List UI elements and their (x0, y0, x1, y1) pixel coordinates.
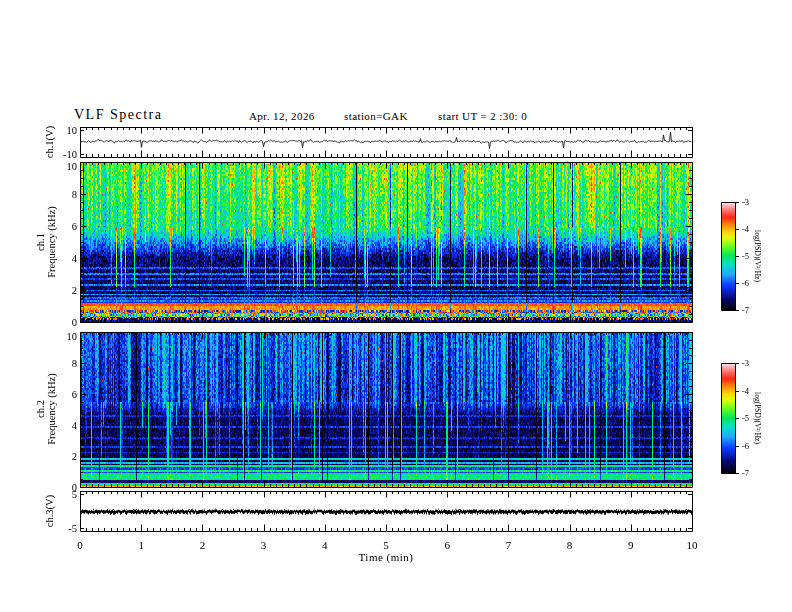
colorbar-ch2 (721, 363, 735, 473)
station-label: station=GAK (344, 110, 408, 122)
x-tick-label: 4 (322, 539, 328, 551)
colorbar-tick-label: -6 (742, 441, 749, 451)
time-axis-label: Time (min) (358, 551, 413, 563)
x-tick-label: 8 (567, 539, 573, 551)
x-tick-label: 7 (506, 539, 512, 551)
page-title: VLF Spectra (74, 107, 162, 123)
ch2-spec-axis-label: ch.2 Frequency (kHz) (35, 373, 57, 444)
ch1-spec-axis-label: ch.1 Frequency (kHz) (35, 206, 57, 277)
colorbar-tick-label: -3 (742, 358, 749, 368)
y-tick-label: 2 (72, 285, 77, 296)
ch2-spectrogram-plot (80, 332, 692, 487)
x-tick-label: 1 (138, 539, 144, 551)
colorbar-tick-label: -7 (742, 305, 749, 315)
x-tick-label: 9 (628, 539, 634, 551)
x-tick-label: 6 (444, 539, 450, 551)
ch2-spec-axis-label-line2: Frequency (kHz) (46, 373, 57, 444)
ch1-spectrogram-plot (80, 162, 692, 322)
colorbar-ch1 (721, 202, 735, 310)
date-label: Apr. 12, 2026 (249, 110, 315, 122)
x-tick-label: 10 (687, 539, 698, 551)
ch1-spec-axis-label-line1: ch.1 (35, 206, 46, 277)
ch3v-axis-label: ch.3(V) (44, 495, 55, 527)
colorbar-tick-label: -4 (742, 224, 749, 234)
x-tick-label: 2 (200, 539, 206, 551)
colorbar-tick-label: -7 (742, 468, 749, 478)
x-tick-label: 3 (261, 539, 267, 551)
y-tick-label: 10 (67, 331, 78, 342)
colorbar-tick-label: -5 (742, 251, 749, 261)
colorbar2-unit-label: log(PSD)(V²/Hz) (753, 392, 762, 444)
x-tick-label: 0 (77, 539, 83, 551)
y-tick-label: 2 (72, 451, 77, 462)
colorbar-tick-label: -3 (742, 197, 749, 207)
start-ut-label: start UT = 2 :30: 0 (438, 110, 527, 122)
y-tick-label: 10 (67, 125, 78, 136)
vlf-spectra-figure: VLF Spectra Apr. 12, 2026 station=GAK st… (0, 0, 792, 612)
y-tick-label: 8 (72, 189, 77, 200)
y-tick-label: 0 (72, 482, 77, 493)
colorbar-tick-label: -6 (742, 278, 749, 288)
y-tick-label: 8 (72, 358, 77, 369)
y-tick-label: 4 (72, 420, 77, 431)
ch1-waveform-plot (80, 127, 692, 157)
colorbar-tick-label: -4 (742, 386, 749, 396)
y-tick-label: 6 (72, 389, 77, 400)
y-tick-label: -5 (68, 522, 77, 533)
ch1-spec-axis-label-line2: Frequency (kHz) (46, 206, 57, 277)
colorbar-tick-label: -5 (742, 413, 749, 423)
y-tick-label: 0 (72, 317, 77, 328)
y-tick-label: 6 (72, 221, 77, 232)
ch3-waveform-plot (80, 491, 692, 531)
y-tick-label: 4 (72, 253, 77, 264)
y-tick-label: 10 (67, 161, 78, 172)
y-tick-label: -10 (63, 148, 77, 159)
colorbar1-unit-label: log(PSD)(V²/Hz) (753, 230, 762, 282)
ch1v-axis-label: ch.1(V) (44, 126, 55, 158)
x-tick-label: 5 (383, 539, 389, 551)
ch2-spec-axis-label-line1: ch.2 (35, 373, 46, 444)
